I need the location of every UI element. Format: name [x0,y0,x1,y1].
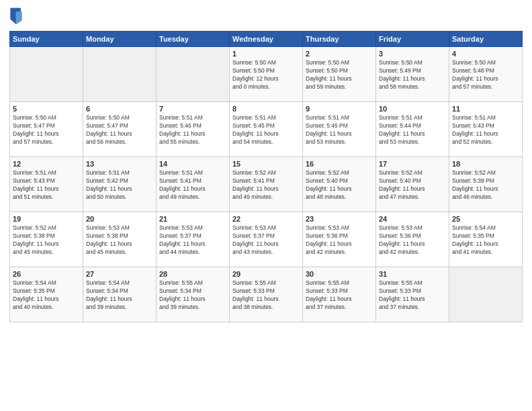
calendar-cell: 29Sunrise: 5:55 AMSunset: 5:33 PMDayligh… [230,267,303,322]
day-info: Sunrise: 5:54 AMSunset: 5:35 PMDaylight:… [452,224,519,257]
calendar-cell: 22Sunrise: 5:53 AMSunset: 5:37 PMDayligh… [230,212,303,267]
day-info: Sunrise: 5:50 AMSunset: 5:50 PMDaylight:… [306,59,373,91]
calendar-cell: 27Sunrise: 5:54 AMSunset: 5:34 PMDayligh… [83,267,157,322]
calendar-cell: 14Sunrise: 5:51 AMSunset: 5:41 PMDayligh… [157,157,230,212]
calendar-cell: 28Sunrise: 5:55 AMSunset: 5:34 PMDayligh… [157,267,230,322]
calendar-cell: 4Sunrise: 5:50 AMSunset: 5:48 PMDaylight… [449,47,523,102]
day-number: 17 [379,160,446,168]
calendar-cell [449,267,523,322]
day-info: Sunrise: 5:50 AMSunset: 5:49 PMDaylight:… [379,59,446,91]
svg-marker-1 [16,12,21,24]
day-info: Sunrise: 5:53 AMSunset: 5:38 PMDaylight:… [86,224,153,257]
calendar-week-row: 5Sunrise: 5:50 AMSunset: 5:47 PMDaylight… [10,102,523,157]
calendar-header: SundayMondayTuesdayWednesdayThursdayFrid… [10,32,523,47]
day-info: Sunrise: 5:55 AMSunset: 5:33 PMDaylight:… [232,279,300,312]
calendar-cell: 1Sunrise: 5:50 AMSunset: 5:50 PMDaylight… [230,47,303,102]
day-info: Sunrise: 5:52 AMSunset: 5:38 PMDaylight:… [13,224,80,257]
day-number: 31 [379,270,446,278]
weekday-header: Friday [376,32,449,47]
calendar-cell: 26Sunrise: 5:54 AMSunset: 5:35 PMDayligh… [10,267,83,322]
day-number: 7 [159,105,226,113]
day-number: 1 [232,50,300,58]
calendar-cell: 21Sunrise: 5:53 AMSunset: 5:37 PMDayligh… [157,212,230,267]
calendar-cell: 30Sunrise: 5:55 AMSunset: 5:33 PMDayligh… [303,267,376,322]
calendar-cell: 23Sunrise: 5:53 AMSunset: 5:36 PMDayligh… [303,212,376,267]
day-number: 22 [232,215,300,223]
day-info: Sunrise: 5:52 AMSunset: 5:41 PMDaylight:… [232,169,300,201]
calendar-cell [157,47,230,102]
day-info: Sunrise: 5:53 AMSunset: 5:37 PMDaylight:… [159,224,226,257]
day-info: Sunrise: 5:51 AMSunset: 5:43 PMDaylight:… [13,169,80,201]
day-info: Sunrise: 5:51 AMSunset: 5:46 PMDaylight:… [159,114,226,146]
calendar-body: 1Sunrise: 5:50 AMSunset: 5:50 PMDaylight… [10,47,523,322]
weekday-header: Tuesday [157,32,230,47]
calendar-cell: 15Sunrise: 5:52 AMSunset: 5:41 PMDayligh… [230,157,303,212]
day-number: 30 [306,270,373,278]
calendar-cell: 6Sunrise: 5:50 AMSunset: 5:47 PMDaylight… [83,102,157,157]
weekday-header: Monday [83,32,157,47]
day-number: 15 [232,160,300,168]
calendar-cell: 25Sunrise: 5:54 AMSunset: 5:35 PMDayligh… [449,212,523,267]
weekday-row: SundayMondayTuesdayWednesdayThursdayFrid… [10,32,523,47]
calendar-cell: 8Sunrise: 5:51 AMSunset: 5:45 PMDaylight… [230,102,303,157]
calendar-week-row: 12Sunrise: 5:51 AMSunset: 5:43 PMDayligh… [10,157,523,212]
header [9,7,523,26]
day-number: 24 [379,215,446,223]
day-info: Sunrise: 5:50 AMSunset: 5:50 PMDaylight:… [232,59,300,91]
weekday-header: Saturday [449,32,523,47]
calendar-week-row: 1Sunrise: 5:50 AMSunset: 5:50 PMDaylight… [10,47,523,102]
day-number: 12 [13,160,80,168]
calendar-cell: 7Sunrise: 5:51 AMSunset: 5:46 PMDaylight… [157,102,230,157]
day-info: Sunrise: 5:51 AMSunset: 5:42 PMDaylight:… [86,169,153,201]
calendar-cell: 11Sunrise: 5:51 AMSunset: 5:43 PMDayligh… [449,102,523,157]
day-number: 27 [86,270,153,278]
calendar-cell [83,47,157,102]
calendar-cell: 5Sunrise: 5:50 AMSunset: 5:47 PMDaylight… [10,102,83,157]
day-info: Sunrise: 5:50 AMSunset: 5:47 PMDaylight:… [13,114,80,146]
day-number: 19 [13,215,80,223]
day-number: 8 [232,105,300,113]
calendar-cell: 24Sunrise: 5:53 AMSunset: 5:36 PMDayligh… [376,212,449,267]
calendar-table: SundayMondayTuesdayWednesdayThursdayFrid… [9,31,523,322]
day-number: 16 [306,160,373,168]
day-info: Sunrise: 5:54 AMSunset: 5:34 PMDaylight:… [86,279,153,312]
calendar-container: SundayMondayTuesdayWednesdayThursdayFrid… [0,0,532,411]
calendar-cell: 20Sunrise: 5:53 AMSunset: 5:38 PMDayligh… [83,212,157,267]
weekday-header: Thursday [303,32,376,47]
day-number: 18 [452,160,519,168]
day-number: 14 [159,160,226,168]
day-info: Sunrise: 5:55 AMSunset: 5:33 PMDaylight:… [379,279,446,312]
day-number: 29 [232,270,300,278]
day-info: Sunrise: 5:52 AMSunset: 5:40 PMDaylight:… [306,169,373,201]
calendar-cell: 17Sunrise: 5:52 AMSunset: 5:40 PMDayligh… [376,157,449,212]
day-info: Sunrise: 5:52 AMSunset: 5:40 PMDaylight:… [379,169,446,201]
calendar-cell: 31Sunrise: 5:55 AMSunset: 5:33 PMDayligh… [376,267,449,322]
day-info: Sunrise: 5:51 AMSunset: 5:44 PMDaylight:… [379,114,446,146]
weekday-header: Wednesday [230,32,303,47]
day-info: Sunrise: 5:55 AMSunset: 5:34 PMDaylight:… [159,279,226,312]
day-info: Sunrise: 5:55 AMSunset: 5:33 PMDaylight:… [306,279,373,312]
day-info: Sunrise: 5:51 AMSunset: 5:43 PMDaylight:… [452,114,519,146]
logo-icon [9,7,23,26]
day-info: Sunrise: 5:50 AMSunset: 5:47 PMDaylight:… [86,114,153,146]
day-number: 9 [306,105,373,113]
day-info: Sunrise: 5:52 AMSunset: 5:39 PMDaylight:… [452,169,519,201]
calendar-cell: 13Sunrise: 5:51 AMSunset: 5:42 PMDayligh… [83,157,157,212]
calendar-cell: 9Sunrise: 5:51 AMSunset: 5:45 PMDaylight… [303,102,376,157]
calendar-cell: 10Sunrise: 5:51 AMSunset: 5:44 PMDayligh… [376,102,449,157]
day-number: 4 [452,50,519,58]
day-info: Sunrise: 5:51 AMSunset: 5:45 PMDaylight:… [232,114,300,146]
day-number: 3 [379,50,446,58]
calendar-week-row: 19Sunrise: 5:52 AMSunset: 5:38 PMDayligh… [10,212,523,267]
day-info: Sunrise: 5:54 AMSunset: 5:35 PMDaylight:… [13,279,80,312]
calendar-cell: 16Sunrise: 5:52 AMSunset: 5:40 PMDayligh… [303,157,376,212]
day-info: Sunrise: 5:53 AMSunset: 5:36 PMDaylight:… [306,224,373,257]
day-number: 5 [13,105,80,113]
calendar-cell: 3Sunrise: 5:50 AMSunset: 5:49 PMDaylight… [376,47,449,102]
day-info: Sunrise: 5:51 AMSunset: 5:45 PMDaylight:… [306,114,373,146]
weekday-header: Sunday [10,32,83,47]
calendar-cell: 2Sunrise: 5:50 AMSunset: 5:50 PMDaylight… [303,47,376,102]
day-number: 10 [379,105,446,113]
logo [9,7,26,26]
day-info: Sunrise: 5:53 AMSunset: 5:37 PMDaylight:… [232,224,300,257]
